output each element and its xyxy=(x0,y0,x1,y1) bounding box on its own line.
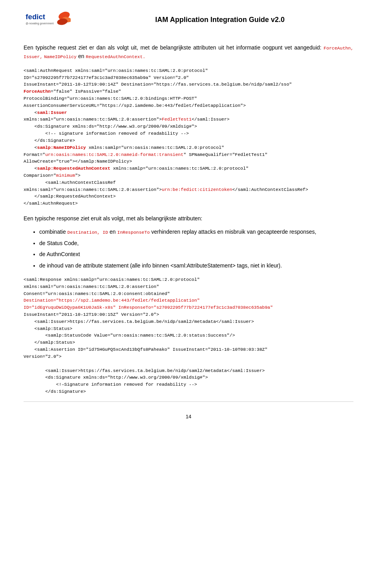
logo-area: fedict @-novating government xyxy=(24,8,71,31)
term-nameidpolicy: NameIDPolicy xyxy=(44,54,77,59)
fedict-logo: fedict @-novating government xyxy=(24,8,71,31)
term-requestedauthncontext: RequestedAuthnContext. xyxy=(86,54,145,59)
logo-box: fedict @-novating government xyxy=(24,8,71,31)
feature-list: combinatie Destination, ID en InResponse… xyxy=(39,227,353,270)
page-number: 14 xyxy=(24,414,353,419)
page-header: fedict @-novating government IAM Applica… xyxy=(24,8,353,31)
intro-paragraph: Een typische request ziet er dan als vol… xyxy=(24,43,353,61)
term-forceauthn: ForceAuthn, xyxy=(324,46,353,51)
term-issuer: Issuer, xyxy=(24,54,42,59)
page-title: IAM Application Integration Guide v2.0 xyxy=(86,16,353,24)
list-item-4: de inhoud van de attribute statement (al… xyxy=(39,261,353,270)
svg-text:fedict: fedict xyxy=(26,13,45,21)
code-destination-id: Destination, ID xyxy=(68,230,108,235)
code-inresponseto: InResponseTo xyxy=(117,230,150,235)
list-item-3: de AuthnContext xyxy=(39,250,353,258)
list-item-1: combinatie Destination, ID en InResponse… xyxy=(39,227,353,236)
page-divider xyxy=(24,401,353,402)
list-item-2: de Status Code, xyxy=(39,239,353,247)
svg-text:@-novating government: @-novating government xyxy=(26,22,53,25)
response-heading: Een typische response ziet eruit als vol… xyxy=(24,214,353,223)
request-code-block: <saml:AuthnRequest xmlns:saml="urn:oasis… xyxy=(24,67,353,207)
response-code-block: <saml:Response xmlns:samlp="urn:oasis:na… xyxy=(24,276,353,395)
